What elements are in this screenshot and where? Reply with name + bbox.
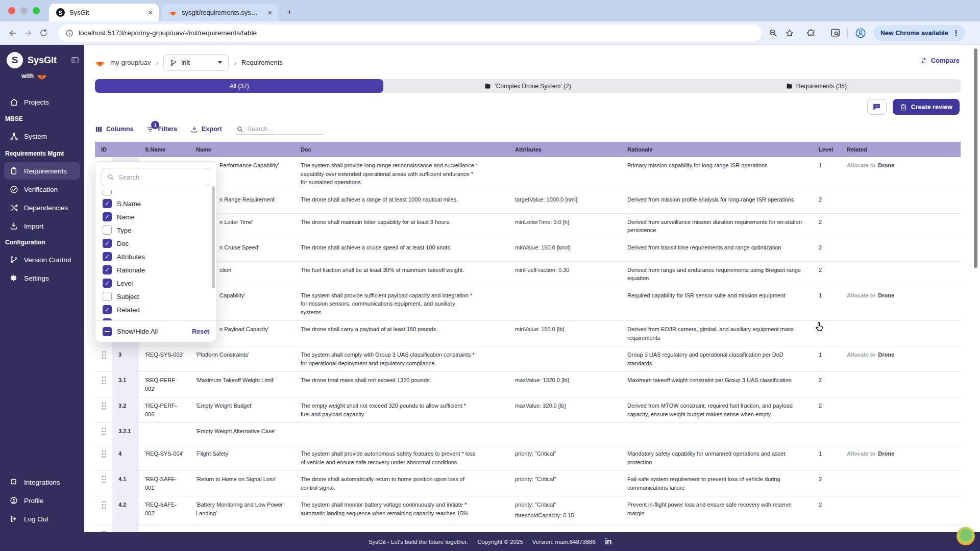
table-row[interactable]: 3.1'REQ-PERF-002''Maximum Takeoff Weight… [95, 372, 961, 397]
columns-button[interactable]: Columns [95, 126, 133, 133]
sidebar-collapse-icon[interactable] [71, 56, 79, 64]
columns-search[interactable] [102, 168, 210, 186]
drag-handle-icon[interactable] [95, 372, 112, 397]
column-toggle-attributes[interactable]: ✓Attributes [103, 250, 209, 263]
branch-selector[interactable]: init [163, 54, 229, 71]
browser-tab-gitlab[interactable]: sysgit/requirements.sysml · s × [162, 4, 278, 21]
column-header-attributes[interactable]: Attributes [509, 142, 621, 157]
column-header-id[interactable]: ID [95, 142, 139, 157]
app-logo[interactable]: S SysGit [7, 52, 57, 68]
export-button[interactable]: Export [190, 126, 222, 133]
table-row[interactable]: 5'REQ-SYS-005''Structural Integrity'The … [95, 526, 961, 533]
tab-complex-drone-system[interactable]: 'Complex Drone System' (2) [383, 79, 672, 93]
column-toggle-type[interactable]: Type [103, 223, 209, 237]
column-toggle-name[interactable]: ✓Name [103, 210, 209, 223]
drag-handle-icon[interactable] [95, 423, 112, 445]
table-row[interactable]: Capability'The system shall provide suff… [95, 287, 961, 321]
create-review-button[interactable]: Create review [893, 99, 960, 115]
table-row[interactable]: n Range Requirement'The drone shall achi… [95, 191, 961, 213]
column-header-level[interactable]: Level [813, 142, 841, 157]
bookmark-star-icon[interactable] [785, 29, 794, 38]
table-row[interactable]: n Cruise Speed'The drone shall achieve a… [95, 239, 961, 261]
table-row[interactable]: 3.2'REQ-PERF-006''Empty Weight Budget'Th… [95, 397, 961, 423]
close-tab-icon[interactable]: × [267, 8, 272, 17]
new-tab-button[interactable]: + [282, 5, 297, 19]
page-scrollbar[interactable] [974, 48, 977, 268]
table-row[interactable]: 4.1'REQ-SAFE-001''Return to Home on Sign… [95, 471, 961, 496]
related-target[interactable]: Drone [878, 162, 894, 168]
drag-handle-icon[interactable] [95, 471, 112, 496]
drag-handle-icon[interactable] [95, 346, 112, 372]
sidebar-item-projects[interactable]: Projects [4, 93, 80, 111]
filters-button[interactable]: 1 Filters [146, 126, 177, 133]
table-row[interactable]: ction'The fuel fraction shall be at leas… [95, 261, 961, 287]
related-target[interactable]: Drone [878, 292, 894, 298]
tab-requirements[interactable]: Requirements (35) [672, 79, 961, 93]
drag-handle-icon[interactable] [95, 526, 112, 533]
minimize-window-button[interactable] [20, 7, 28, 14]
drag-handle-icon[interactable] [95, 397, 112, 423]
tab-search-icon[interactable] [830, 29, 840, 37]
logout-icon [9, 515, 18, 523]
related-target[interactable]: Drone [878, 352, 894, 358]
sidebar-item-integrations[interactable]: Integrations [4, 473, 80, 491]
close-window-button[interactable] [8, 7, 15, 14]
column-toggle-comments[interactable]: ✓comments [103, 316, 209, 320]
sidebar-item-logout[interactable]: Log Out [4, 510, 80, 528]
table-search[interactable] [235, 124, 323, 135]
site-info-icon[interactable] [65, 29, 74, 37]
column-header-sname[interactable]: S.Name [139, 142, 190, 157]
column-toggle-doc[interactable]: ✓Doc [103, 237, 209, 250]
table-row[interactable]: 4'REQ-SYS-004''Flight Safety'The system … [95, 445, 961, 471]
drag-handle-icon[interactable] [95, 496, 112, 526]
breadcrumb-project[interactable]: my-group/uav [110, 59, 151, 66]
address-bar[interactable]: localhost:5173/repo/my-group/uav/-/init/… [58, 24, 762, 42]
sidebar-item-dependencies[interactable]: Dependencies [4, 199, 80, 216]
related-target[interactable]: Drone [878, 450, 894, 457]
column-toggle-s-name[interactable]: ✓S.Name [103, 197, 209, 210]
compare-button[interactable]: Compare [920, 57, 960, 64]
sidebar-item-requirements[interactable]: Requirements [4, 162, 80, 180]
chrome-update-pill[interactable]: New Chrome available ⋮ [873, 25, 965, 41]
sidebar-item-system[interactable]: System [4, 128, 80, 145]
column-toggle-level[interactable]: ✓Level [103, 277, 209, 290]
table-row[interactable]: n Payload Capacity'The drone shall carry… [95, 321, 961, 346]
column-header-name[interactable]: Name [190, 142, 295, 157]
close-tab-icon[interactable]: × [148, 8, 153, 17]
sidebar-item-import[interactable]: Import [4, 217, 80, 235]
drag-handle-icon[interactable] [95, 445, 112, 471]
table-row[interactable]: Performance Capability'The system shall … [95, 157, 961, 191]
reset-button[interactable]: Reset [192, 328, 209, 335]
table-row[interactable]: n Loiter Time'The drone shall maintain l… [95, 213, 961, 239]
column-header-rationale[interactable]: Rationale [621, 142, 813, 157]
sidebar-item-settings[interactable]: Settings [4, 269, 80, 287]
column-toggle-hidden[interactable] [103, 190, 209, 197]
column-header-doc[interactable]: Doc [295, 142, 509, 157]
tab-all[interactable]: All (37) [95, 79, 383, 93]
browser-tab-sysgit[interactable]: S SysGit × [49, 4, 159, 21]
table-row[interactable]: 3'REQ-SYS-003''Platform Constraints'The … [95, 346, 961, 372]
show-hide-all-checkbox[interactable] [103, 327, 112, 336]
dropdown-scrollbar[interactable] [212, 186, 215, 288]
column-header-related[interactable]: Related [841, 142, 961, 157]
zoom-out-icon[interactable] [769, 29, 778, 38]
extensions-icon[interactable] [806, 29, 816, 38]
table-row[interactable]: 4.2'REQ-SAFE-002''Battery Monitoring and… [95, 496, 961, 526]
column-toggle-subject[interactable]: Subject [103, 290, 209, 303]
browser-menu-icon[interactable]: ⋮ [952, 29, 960, 38]
sidebar-item-version-control[interactable]: Version Control [4, 251, 80, 268]
columns-search-input[interactable] [118, 173, 195, 181]
search-input[interactable] [248, 126, 314, 133]
linkedin-icon[interactable]: in [605, 537, 611, 546]
comments-button[interactable] [867, 99, 887, 115]
table-row[interactable]: 3.2.1'Empty Weight Alternative Case' [95, 423, 961, 445]
zoom-window-button[interactable] [33, 7, 40, 14]
back-icon[interactable] [5, 26, 20, 41]
sidebar-item-profile[interactable]: Profile [4, 492, 80, 509]
column-toggle-related[interactable]: ✓Related [103, 303, 209, 316]
reload-icon[interactable] [36, 26, 51, 41]
forward-icon[interactable] [20, 26, 36, 41]
profile-icon[interactable] [855, 28, 866, 39]
sidebar-item-verification[interactable]: Verification [4, 181, 80, 198]
column-toggle-rationale[interactable]: ✓Rationale [103, 263, 209, 277]
